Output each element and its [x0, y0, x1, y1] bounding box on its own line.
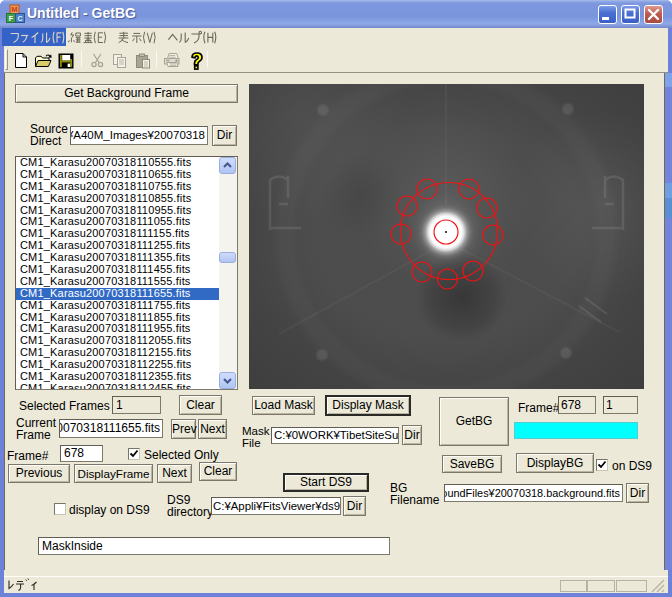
svg-text:C: C [17, 15, 22, 22]
svg-text:M: M [12, 6, 18, 13]
svg-text:F: F [9, 15, 14, 22]
